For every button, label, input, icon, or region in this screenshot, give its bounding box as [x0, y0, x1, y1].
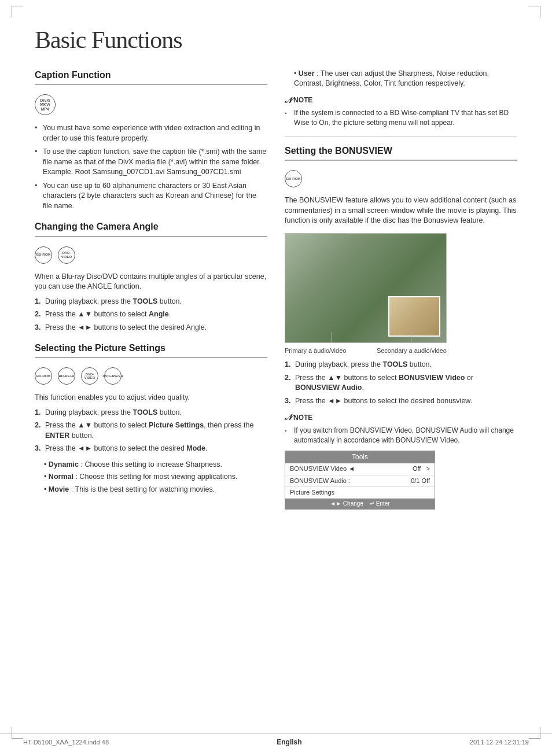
camera-angle-title: Changing the Camera Angle — [35, 220, 267, 237]
footer-right: 2011-12-24 12:31:19 — [470, 738, 529, 747]
picture-settings-title: Selecting the Picture Settings — [35, 342, 267, 358]
page: Basic Functions Caption Function DivX/MK… — [0, 0, 552, 756]
caption-icons: DivX/MKV/MP4 — [35, 91, 267, 119]
dvd-video-icon-angle: DVD-VIDEO — [58, 246, 75, 264]
tools-row-2: BONUSVIEW Audio : 0/1 Off — [285, 475, 435, 487]
bonusview-title: Setting the BONUSVIEW — [285, 145, 517, 161]
tools-row-1: BONUSVIEW Video ◄ Off > — [285, 463, 435, 475]
bv-note-list: If you switch from BONUSVIEW Video, BONU… — [285, 426, 517, 445]
footer-center: English — [277, 737, 301, 747]
page-title: Basic Functions — [35, 23, 517, 57]
camera-angle-step-3: Press the ◄► buttons to select the desir… — [35, 323, 267, 333]
bd-rom-icon-angle: BD-ROM — [35, 246, 52, 264]
ps-note: 𝒩 NOTE If the system is connected to a B… — [285, 95, 517, 128]
note-icon-bv: 𝒩 — [285, 412, 291, 423]
bv-step-2: Press the ▲▼ buttons to select BONUSVIEW… — [285, 373, 517, 393]
bv-note: 𝒩 NOTE If you switch from BONUSVIEW Vide… — [285, 412, 517, 445]
secondary-line — [411, 332, 411, 342]
two-column-layout: Caption Function DivX/MKV/MP4 You must h… — [35, 69, 517, 519]
caption-title: Caption Function — [35, 69, 267, 85]
tools-row-3: Picture Settings — [285, 487, 435, 499]
bv-note-label: NOTE — [293, 413, 312, 423]
ps-note-list: If the system is connected to a BD Wise-… — [285, 108, 517, 128]
ps-user-bullet: • User : The user can adjust the Sharpne… — [285, 69, 517, 89]
camera-angle-step-2: Press the ▲▼ buttons to select Angle. — [35, 309, 267, 320]
bv-note-item-1: If you switch from BONUSVIEW Video, BONU… — [285, 426, 517, 445]
ps-movie: • Movie : This is the best setting for w… — [44, 485, 267, 495]
primary-label: Primary a audio/video — [285, 346, 346, 355]
bd-rom-icon-ps: BD-ROM — [35, 367, 52, 385]
footer-left: HT-D5100_XAA_1224.indd 48 — [23, 738, 109, 747]
ps-normal: • Normal : Choose this setting for most … — [44, 472, 267, 482]
ps-note-label: NOTE — [293, 95, 312, 105]
bd-rom-icon-bv: BD-ROM — [285, 170, 302, 187]
tools-menu-header: Tools — [285, 451, 435, 463]
ps-user: • User : The user can adjust the Sharpne… — [294, 69, 517, 89]
bv-note-title: 𝒩 NOTE — [285, 412, 517, 423]
bd-re-r-icon-ps: BD-RE/-R — [58, 367, 75, 385]
ps-dynamic: • Dynamic : Choose this setting to incre… — [44, 460, 267, 470]
ps-note-title: 𝒩 NOTE — [285, 95, 517, 106]
caption-bullet-1: You must have some experience with video… — [35, 123, 267, 143]
dvd-video-icon-ps: DVD-VIDEO — [81, 367, 98, 385]
tools-menu-footer: ◄► Change ↵ Enter — [285, 499, 435, 509]
camera-angle-step-1: During playback, press the TOOLS button. — [35, 297, 267, 307]
camera-angle-icons: BD-ROM DVD-VIDEO — [35, 243, 267, 267]
picture-settings-steps: During playback, press the TOOLS button.… — [35, 408, 267, 454]
secondary-label: Secondary a audio/video — [377, 346, 447, 355]
bonusview-image — [285, 233, 447, 343]
camera-angle-intro: When a Blu-ray Disc/DVD contains multipl… — [35, 272, 267, 292]
bv-step-3: Press the ◄► buttons to select the desir… — [285, 396, 517, 407]
caption-bullet-2: To use the caption function, save the ca… — [35, 147, 267, 178]
corner-mark-tr — [529, 6, 540, 17]
page-footer: HT-D5100_XAA_1224.indd 48 English 2011-1… — [0, 733, 552, 747]
bonusview-pip-image — [388, 296, 440, 337]
dvd-rw-icon-ps: DVD+RW/+R — [104, 367, 122, 385]
picture-settings-intro: This function enables you to adjust vide… — [35, 393, 267, 403]
bonusview-image-labels: Primary a audio/video Secondary a audio/… — [285, 346, 447, 355]
ps-step-3: Press the ◄► buttons to select the desir… — [35, 444, 267, 454]
left-column: Caption Function DivX/MKV/MP4 You must h… — [35, 69, 267, 519]
bonusview-section: Setting the BONUSVIEW BD-ROM The BONUSVI… — [285, 145, 517, 510]
caption-bullet-3: You can use up to 60 alphanumeric charac… — [35, 181, 267, 212]
tools-row-2-label: BONUSVIEW Audio : — [290, 477, 350, 485]
primary-line — [332, 332, 332, 342]
ps-note-item-1: If the system is connected to a BD Wise-… — [285, 108, 517, 128]
divx-mkv-mp4-icon: DivX/MKV/MP4 — [35, 94, 56, 115]
right-column: • User : The user can adjust the Sharpne… — [285, 69, 517, 519]
divider-bonusview — [285, 136, 517, 137]
tools-row-1-value: Off > — [413, 464, 430, 473]
ps-step-2: Press the ▲▼ buttons to select Picture S… — [35, 421, 267, 441]
camera-angle-steps: During playback, press the TOOLS button.… — [35, 297, 267, 333]
camera-angle-section: Changing the Camera Angle BD-ROM DVD-VID… — [35, 220, 267, 333]
tools-row-2-value: 0/1 Off — [411, 477, 430, 485]
ps-step-1: During playback, press the TOOLS button. — [35, 408, 267, 418]
picture-settings-icons: BD-ROM BD-RE/-R DVD-VIDEO DVD+RW/+R — [35, 364, 267, 388]
bonusview-icons: BD-ROM — [285, 167, 517, 191]
bonusview-steps: During playback, press the TOOLS button.… — [285, 360, 517, 406]
picture-settings-section: Selecting the Picture Settings BD-ROM BD… — [35, 342, 267, 495]
ps-sub-bullets: • Dynamic : Choose this setting to incre… — [35, 460, 267, 495]
tools-menu-table: Tools BONUSVIEW Video ◄ Off > BONUSVIEW … — [285, 451, 435, 510]
bonusview-intro: The BONUSVIEW feature allows you to view… — [285, 196, 517, 226]
caption-bullets: You must have some experience with video… — [35, 123, 267, 211]
note-icon-ps: 𝒩 — [285, 95, 291, 106]
corner-mark-tl — [12, 6, 23, 17]
tools-row-1-label: BONUSVIEW Video ◄ — [290, 464, 355, 473]
tools-row-3-label: Picture Settings — [290, 488, 334, 497]
bv-step-1: During playback, press the TOOLS button. — [285, 360, 517, 370]
caption-section: Caption Function DivX/MKV/MP4 You must h… — [35, 69, 267, 211]
